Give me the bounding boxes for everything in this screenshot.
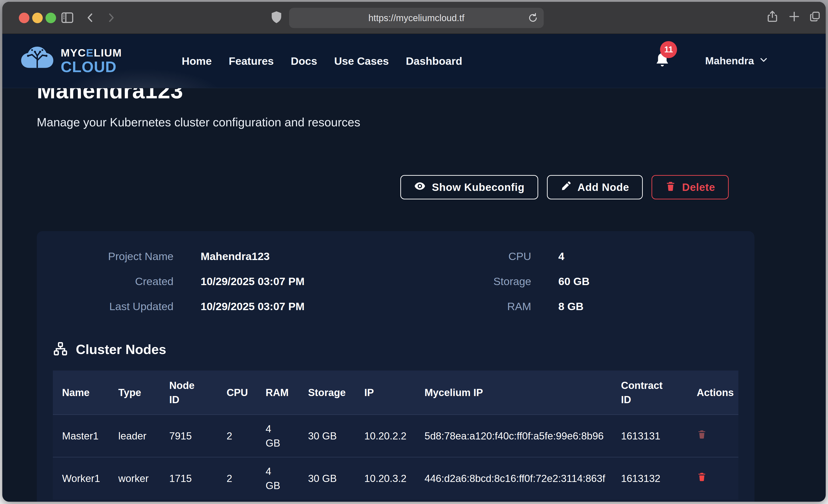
navbar-right: 11 Mahendra — [654, 51, 768, 71]
nav-link-features[interactable]: Features — [229, 55, 274, 67]
cluster-info-right: CPU 4 Storage 60 GB RAM 8 GB — [396, 250, 739, 312]
cell-ram: 4 GB — [256, 457, 299, 499]
info-row-last-updated: Last Updated 10/29/2025 03:07 PM — [53, 300, 396, 312]
main-content: Mahendra123 Manage your Kubernetes clust… — [37, 88, 754, 502]
cell-storage: 30 GB — [299, 415, 355, 457]
nav-link-use-cases[interactable]: Use Cases — [334, 55, 389, 67]
nav-links: Home Features Docs Use Cases Dashboard — [182, 55, 462, 67]
cell-mycelium-ip: 446:d2a6:8bcd:8c16:ff0f:72e2:3114:863f — [415, 457, 612, 499]
cell-actions — [683, 457, 738, 499]
page-title: Mahendra123 — [37, 88, 754, 103]
cpu-value: 4 — [558, 250, 565, 262]
created-label: Created — [53, 275, 173, 288]
nodes-table: Name Type Node ID CPU RAM Storage IP Myc… — [53, 371, 738, 500]
add-node-label: Add Node — [578, 181, 629, 194]
cell-type: leader — [109, 415, 160, 457]
pencil-icon — [561, 180, 572, 194]
cell-storage: 30 GB — [299, 457, 355, 499]
cluster-actions: Show Kubeconfig Add Node Delete — [37, 175, 754, 199]
nav-link-docs[interactable]: Docs — [291, 55, 317, 67]
cluster-details-panel: Project Name Mahendra123 Created 10/29/2… — [37, 231, 754, 502]
last-updated-value: 10/29/2025 03:07 PM — [201, 300, 304, 312]
traffic-lights — [19, 13, 56, 23]
last-updated-label: Last Updated — [53, 300, 173, 312]
user-menu[interactable]: Mahendra — [705, 55, 768, 67]
col-header-contract-id: Contract ID — [612, 371, 683, 415]
nav-link-home[interactable]: Home — [182, 55, 212, 67]
logo-wordmark: MYCELIUM CLOUD — [61, 47, 122, 75]
info-row-cpu: CPU 4 — [396, 250, 739, 262]
cell-type: worker — [109, 457, 160, 499]
sidebar-toggle-icon[interactable] — [60, 10, 75, 25]
nav-link-dashboard[interactable]: Dashboard — [406, 55, 462, 67]
mycelium-cloud-logo[interactable]: MYCELIUM CLOUD — [19, 43, 122, 79]
cpu-label: CPU — [396, 250, 531, 262]
notifications-button[interactable]: 11 — [654, 51, 671, 71]
cluster-info-left: Project Name Mahendra123 Created 10/29/2… — [53, 250, 396, 312]
delete-node-button[interactable] — [697, 429, 707, 440]
info-row-ram: RAM 8 GB — [396, 300, 739, 312]
cell-ram: 4 GB — [256, 415, 299, 457]
user-name: Mahendra — [705, 55, 754, 67]
browser-chrome: https://myceliumcloud.tf — [2, 2, 826, 34]
project-name-label: Project Name — [53, 250, 173, 262]
cell-ip: 10.20.3.2 — [355, 457, 415, 499]
storage-value: 60 GB — [558, 275, 590, 288]
delete-label: Delete — [682, 181, 715, 194]
cell-actions — [683, 415, 738, 457]
forward-button-icon[interactable] — [105, 11, 117, 24]
col-header-actions: Actions — [683, 371, 738, 415]
share-icon[interactable] — [766, 10, 779, 23]
cluster-nodes-title: Cluster Nodes — [76, 342, 166, 357]
table-row: Worker1 worker 1715 2 4 GB 30 GB 10.20.3… — [53, 457, 738, 499]
minimize-window-button[interactable] — [32, 13, 43, 23]
trash-icon — [665, 180, 676, 194]
table-header-row: Name Type Node ID CPU RAM Storage IP Myc… — [53, 371, 738, 415]
browser-window: https://myceliumcloud.tf — [2, 2, 826, 502]
add-node-button[interactable]: Add Node — [547, 175, 643, 199]
cell-name: Worker1 — [53, 457, 109, 499]
chevron-down-icon — [759, 55, 768, 67]
back-button-icon[interactable] — [84, 11, 96, 24]
col-header-ram: RAM — [256, 371, 299, 415]
cell-cpu: 2 — [217, 457, 256, 499]
delete-cluster-button[interactable]: Delete — [652, 175, 729, 199]
cell-contract-id: 1613132 — [612, 457, 683, 499]
network-nodes-icon — [53, 341, 68, 357]
info-row-project-name: Project Name Mahendra123 — [53, 250, 396, 262]
col-header-type: Type — [109, 371, 160, 415]
site-navbar: MYCELIUM CLOUD Home Features Docs Use Ca… — [2, 34, 826, 88]
cloud-logo-icon — [19, 43, 55, 79]
delete-node-button[interactable] — [697, 471, 707, 483]
col-header-cpu: CPU — [217, 371, 256, 415]
cell-ip: 10.20.2.2 — [355, 415, 415, 457]
info-row-created: Created 10/29/2025 03:07 PM — [53, 275, 396, 288]
page-title-clip: Mahendra123 — [37, 88, 754, 105]
eye-icon — [414, 180, 426, 195]
privacy-shield-icon[interactable] — [270, 10, 284, 24]
cell-name: Master1 — [53, 415, 109, 457]
show-kubeconfig-label: Show Kubeconfig — [432, 181, 525, 194]
storage-label: Storage — [396, 275, 531, 288]
cell-node-id: 7915 — [160, 415, 217, 457]
reload-icon[interactable] — [527, 12, 539, 25]
cell-cpu: 2 — [217, 415, 256, 457]
cell-node-id: 1715 — [160, 457, 217, 499]
col-header-ip: IP — [355, 371, 415, 415]
table-row: Master1 leader 7915 2 4 GB 30 GB 10.20.2… — [53, 415, 738, 457]
ram-value: 8 GB — [558, 300, 584, 312]
tab-overview-icon[interactable] — [809, 10, 821, 23]
close-window-button[interactable] — [19, 13, 30, 23]
cluster-info-grid: Project Name Mahendra123 Created 10/29/2… — [53, 250, 738, 312]
col-header-node-id: Node ID — [160, 371, 217, 415]
ram-label: RAM — [396, 300, 531, 312]
created-value: 10/29/2025 03:07 PM — [201, 275, 304, 288]
col-header-mycelium-ip: Mycelium IP — [415, 371, 612, 415]
address-bar[interactable]: https://myceliumcloud.tf — [289, 8, 544, 28]
col-header-name: Name — [53, 371, 109, 415]
show-kubeconfig-button[interactable]: Show Kubeconfig — [400, 175, 538, 199]
project-name-value: Mahendra123 — [201, 250, 270, 262]
page-subtitle: Manage your Kubernetes cluster configura… — [37, 115, 754, 129]
new-tab-icon[interactable] — [788, 10, 801, 23]
zoom-window-button[interactable] — [45, 13, 56, 23]
